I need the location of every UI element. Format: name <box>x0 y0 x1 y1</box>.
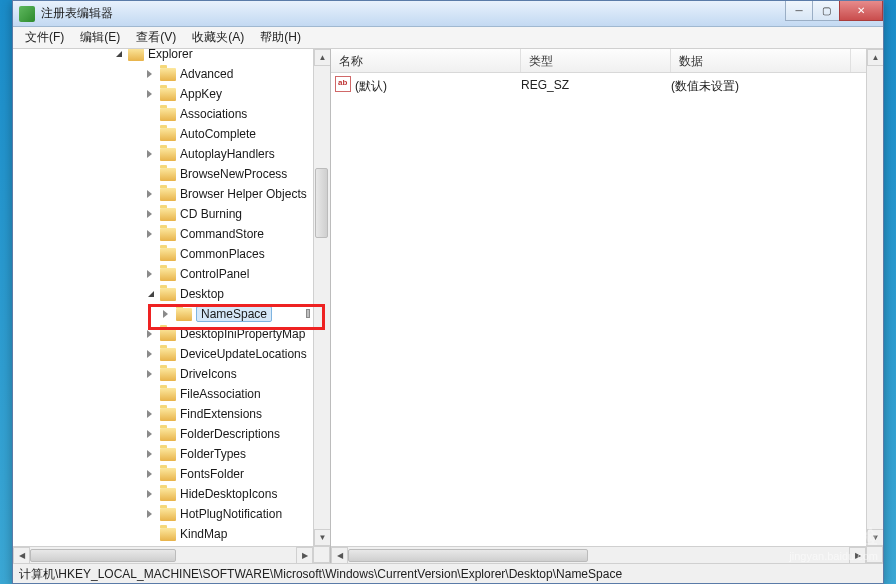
tree-item-driveicons[interactable]: DriveIcons <box>31 364 311 384</box>
tree-vscroll-thumb[interactable] <box>315 168 328 238</box>
list-horizontal-scrollbar[interactable]: ◀ ▶ <box>331 546 866 563</box>
folder-icon <box>160 168 176 181</box>
title-bar[interactable]: 注册表编辑器 ─ ▢ ✕ <box>13 1 883 27</box>
tree-item-findextensions[interactable]: FindExtensions <box>31 404 311 424</box>
string-value-icon <box>335 76 351 92</box>
tree-item-desktop[interactable]: Desktop <box>31 284 311 304</box>
expand-icon[interactable] <box>147 70 156 79</box>
minimize-button[interactable]: ─ <box>785 1 813 21</box>
expand-icon[interactable] <box>147 190 156 199</box>
scroll-down-button[interactable]: ▼ <box>314 529 331 546</box>
folder-icon <box>160 388 176 401</box>
folder-icon <box>160 428 176 441</box>
menu-favorites[interactable]: 收藏夹(A) <box>184 26 252 49</box>
content-area: ExplorerAdvancedAppKeyAssociationsAutoCo… <box>13 49 883 563</box>
tree-item-autoplayhandlers[interactable]: AutoplayHandlers <box>31 144 311 164</box>
expand-icon[interactable] <box>147 210 156 219</box>
tree-item-browsenewprocess[interactable]: BrowseNewProcess <box>31 164 311 184</box>
tree-item-hidedesktopicons[interactable]: HideDesktopIcons <box>31 484 311 504</box>
expand-icon[interactable] <box>147 350 156 359</box>
tree-item-desktopinipropertymap[interactable]: DesktopIniPropertyMap <box>31 324 311 344</box>
expand-icon[interactable] <box>147 270 156 279</box>
tree-item-label: NameSpace <box>196 306 272 322</box>
tree-item-fontsfolder[interactable]: FontsFolder <box>31 464 311 484</box>
tree-item-commonplaces[interactable]: CommonPlaces <box>31 244 311 264</box>
expand-icon[interactable] <box>147 330 156 339</box>
expand-icon[interactable] <box>147 90 156 99</box>
tree-item-label: DriveIcons <box>180 367 241 381</box>
menu-help[interactable]: 帮助(H) <box>252 26 309 49</box>
tree-item-label: Browser Helper Objects <box>180 187 311 201</box>
folder-icon <box>160 68 176 81</box>
folder-icon <box>160 148 176 161</box>
expand-icon[interactable] <box>147 510 156 519</box>
menu-file[interactable]: 文件(F) <box>17 26 72 49</box>
tree-item-kindmap[interactable]: KindMap <box>31 524 311 544</box>
menu-bar: 文件(F) 编辑(E) 查看(V) 收藏夹(A) 帮助(H) <box>13 27 883 49</box>
scroll-right-button[interactable]: ▶ <box>849 547 866 564</box>
folder-icon <box>160 488 176 501</box>
maximize-button[interactable]: ▢ <box>812 1 840 21</box>
tree-item-appkey[interactable]: AppKey <box>31 84 311 104</box>
tree-item-advanced[interactable]: Advanced <box>31 64 311 84</box>
tree-item-foldertypes[interactable]: FolderTypes <box>31 444 311 464</box>
menu-view[interactable]: 查看(V) <box>128 26 184 49</box>
tree-horizontal-scrollbar[interactable]: ◀ ▶ <box>13 546 313 563</box>
expand-icon[interactable] <box>147 410 156 419</box>
tree-item-explorer[interactable]: Explorer <box>31 49 311 64</box>
scroll-left-button[interactable]: ◀ <box>13 547 30 564</box>
status-bar: 计算机\HKEY_LOCAL_MACHINE\SOFTWARE\Microsof… <box>13 563 883 583</box>
tree-item-commandstore[interactable]: CommandStore <box>31 224 311 244</box>
scroll-down-button[interactable]: ▼ <box>867 529 883 546</box>
expand-icon[interactable] <box>147 230 156 239</box>
list-hscroll-thumb[interactable] <box>348 549 588 562</box>
tree-item-label: AppKey <box>180 87 226 101</box>
tree-vertical-scrollbar[interactable]: ▲ ▼ <box>313 49 330 546</box>
window-title: 注册表编辑器 <box>41 5 786 22</box>
column-type[interactable]: 类型 <box>521 49 671 72</box>
column-name[interactable]: 名称 <box>331 49 521 72</box>
tree-item-browser-helper-objects[interactable]: Browser Helper Objects <box>31 184 311 204</box>
expand-icon[interactable] <box>147 470 156 479</box>
tree-item-label: CommonPlaces <box>180 247 269 261</box>
folder-icon <box>160 248 176 261</box>
tree-item-autocomplete[interactable]: AutoComplete <box>31 124 311 144</box>
scroll-right-button[interactable]: ▶ <box>296 547 313 564</box>
tree-item-fileassociation[interactable]: FileAssociation <box>31 384 311 404</box>
value-type: REG_SZ <box>521 76 671 97</box>
collapse-icon[interactable] <box>147 290 156 299</box>
folder-icon <box>160 108 176 121</box>
tree-hscroll-thumb[interactable] <box>30 549 176 562</box>
list-vertical-scrollbar[interactable]: ▲ ▼ <box>866 49 883 546</box>
scroll-up-button[interactable]: ▲ <box>867 49 883 66</box>
tree-item-label: FontsFolder <box>180 467 248 481</box>
tree-item-associations[interactable]: Associations <box>31 104 311 124</box>
expand-icon[interactable] <box>147 150 156 159</box>
scroll-up-button[interactable]: ▲ <box>314 49 331 66</box>
tree-item-deviceupdatelocations[interactable]: DeviceUpdateLocations <box>31 344 311 364</box>
tree-item-label: Associations <box>180 107 251 121</box>
menu-edit[interactable]: 编辑(E) <box>72 26 128 49</box>
tree-item-label: FolderTypes <box>180 447 250 461</box>
tree-scroll[interactable]: ExplorerAdvancedAppKeyAssociationsAutoCo… <box>13 49 313 546</box>
tree-item-controlpanel[interactable]: ControlPanel <box>31 264 311 284</box>
expand-icon[interactable] <box>147 430 156 439</box>
scroll-left-button[interactable]: ◀ <box>331 547 348 564</box>
expand-icon[interactable] <box>147 490 156 499</box>
tree-item-cd-burning[interactable]: CD Burning <box>31 204 311 224</box>
expand-icon[interactable] <box>147 370 156 379</box>
window-buttons: ─ ▢ ✕ <box>786 1 883 21</box>
expand-icon[interactable] <box>163 310 172 319</box>
tree-item-label: HideDesktopIcons <box>180 487 281 501</box>
collapse-icon[interactable] <box>115 50 124 59</box>
folder-icon <box>176 308 192 321</box>
column-data[interactable]: 数据 <box>671 49 851 72</box>
tree-item-folderdescriptions[interactable]: FolderDescriptions <box>31 424 311 444</box>
list-body[interactable]: (默认) REG_SZ (数值未设置) <box>331 73 866 546</box>
tree-item-namespace[interactable]: NameSpace <box>31 304 311 324</box>
tree-item-label: ControlPanel <box>180 267 253 281</box>
expand-icon[interactable] <box>147 450 156 459</box>
tree-item-hotplugnotification[interactable]: HotPlugNotification <box>31 504 311 524</box>
close-button[interactable]: ✕ <box>839 1 883 21</box>
list-row[interactable]: (默认) REG_SZ (数值未设置) <box>331 73 866 97</box>
